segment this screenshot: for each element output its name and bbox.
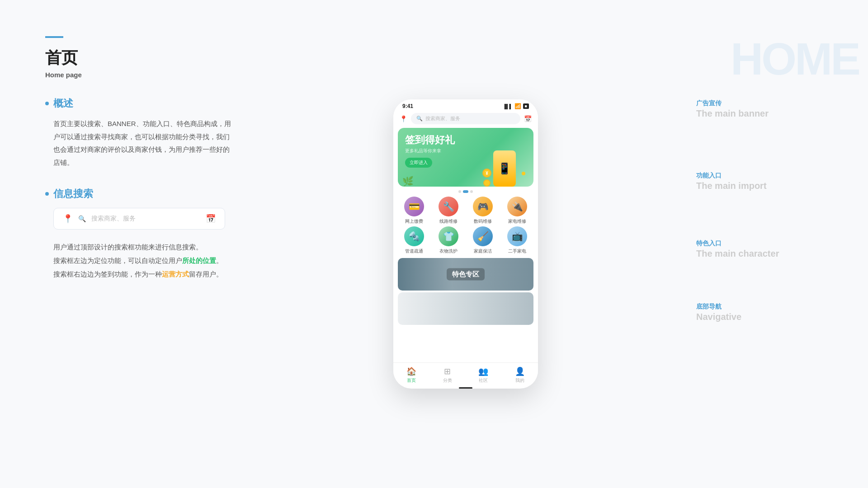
secondhand-icon-circle: 📺: [507, 226, 527, 246]
page-title-en: Home page: [45, 71, 235, 79]
dot-2-active: [463, 190, 468, 193]
section1-title: 概述: [53, 97, 73, 110]
plumbing-label: 管道疏通: [405, 248, 423, 254]
community-icon: 👥: [478, 366, 488, 376]
annotation-nav-en: Navigative: [696, 312, 741, 322]
dot-3: [470, 190, 473, 193]
feature-banner-label: 特色专区: [447, 268, 485, 281]
annotation-navigative: 底部导航 Navigative: [696, 303, 741, 322]
center-panel: 9:41 ▐▌▌ 📶 ■ 📍 🔍 搜索商家、服务 📅 签到得好礼 更多礼品等你来…: [262, 0, 669, 488]
section2-header: 信息搜索: [45, 187, 235, 201]
nav-category[interactable]: ⊞ 分类: [443, 366, 452, 384]
info-line3: 搜索框右边边为签到功能，作为一种运营方式留存用户。: [53, 267, 235, 281]
digital-label: 数码维修: [474, 218, 492, 225]
circuit-icon-circle: 🔧: [439, 197, 458, 216]
recommend-banner[interactable]: [398, 292, 533, 325]
page-title-zh: 首页: [45, 47, 235, 69]
nav-community[interactable]: 👥 社区: [478, 366, 488, 384]
profile-icon: 👤: [515, 366, 525, 376]
banner-dots: [393, 190, 538, 193]
info-body: 用户通过顶部设计的搜索框功能来进行信息搜索。 搜索框左边为定位功能，可以自动定位…: [45, 240, 235, 281]
status-icons: ▐▌▌ 📶 ■: [503, 103, 529, 109]
annotation-import-zh: 功能入口: [696, 172, 767, 180]
annotation-character-en: The main character: [696, 249, 779, 259]
annotation-nav-zh: 底部导航: [696, 303, 741, 311]
banner-subtitle: 更多礼品等你来拿: [405, 148, 455, 154]
icon-item-cleaning[interactable]: 🧹 家庭保洁: [467, 226, 499, 254]
annotation-banner: 广告宣传 The main banner: [696, 99, 769, 119]
laundry-icon-circle: 👕: [439, 226, 458, 246]
wifi-icon: 📶: [514, 103, 521, 109]
icon-item-circuit[interactable]: 🔧 线路维修: [432, 197, 465, 225]
phone-search-box[interactable]: 🔍 搜索商家、服务: [411, 113, 520, 124]
annotations-container: 广告宣传 The main banner 功能入口 The main impor…: [696, 99, 841, 352]
info-line1: 用户通过顶部设计的搜索框功能来进行信息搜索。: [53, 240, 235, 254]
cleaning-label: 家庭保洁: [474, 248, 492, 254]
annotation-banner-zh: 广告宣传: [696, 99, 769, 108]
bullet-icon-2: [45, 192, 49, 196]
icon-item-digital[interactable]: 🎮 数码维修: [467, 197, 499, 225]
nav-community-label: 社区: [479, 377, 488, 384]
nav-home[interactable]: 🏠 首页: [406, 366, 416, 384]
phone-search-row: 📍 🔍 搜索商家、服务 📅: [393, 111, 538, 128]
bottom-nav: 🏠 首页 ⊞ 分类 👥 社区 👤 我的: [393, 362, 538, 385]
top-bar-decoration: [45, 36, 63, 38]
annotation-character: 特色入口 The main character: [696, 239, 779, 259]
icon-item-payment[interactable]: 💳 网上缴费: [398, 197, 430, 225]
phone-calendar-icon[interactable]: 📅: [524, 115, 532, 122]
phone-location-icon: 📍: [400, 115, 407, 122]
phone-search-placeholder: 搜索商家、服务: [425, 115, 460, 122]
feature-banner[interactable]: 特色专区: [398, 258, 533, 291]
appliance-label: 家电维修: [508, 218, 526, 225]
nav-category-label: 分类: [443, 377, 452, 384]
battery-icon: ■: [523, 103, 529, 109]
icon-item-laundry[interactable]: 👕 衣物洗护: [432, 226, 465, 254]
section1-header: 概述: [45, 97, 235, 110]
payment-label: 网上缴费: [405, 218, 423, 225]
icon-item-plumbing[interactable]: 🔩 管道疏通: [398, 226, 430, 254]
search-icon: 🔍: [78, 215, 86, 222]
icon-item-secondhand[interactable]: 📺 二手家电: [501, 226, 533, 254]
laundry-label: 衣物洗护: [439, 248, 458, 254]
nav-profile-label: 我的: [515, 377, 524, 384]
icon-item-appliance[interactable]: 🔌 家电维修: [501, 197, 533, 225]
status-bar: 9:41 ▐▌▌ 📶 ■: [393, 99, 538, 111]
circuit-label: 线路维修: [439, 218, 458, 225]
dot-1: [458, 190, 461, 193]
section1-body: 首页主要以搜索、BANNER、功能入口、特色商品构成，用户可以通过搜索寻找商家，…: [45, 117, 235, 169]
search-placeholder-text: 搜索商家、服务: [91, 215, 200, 223]
home-icon: 🏠: [406, 366, 416, 376]
nav-profile[interactable]: 👤 我的: [515, 366, 525, 384]
banner-title: 签到得好礼: [405, 134, 455, 146]
banner-decoration: ¥ 📱: [482, 150, 529, 187]
info-line2: 搜索框左边为定位功能，可以自动定位用户所处的位置。: [53, 254, 235, 267]
home-indicator: [459, 387, 472, 389]
section2-title: 信息搜索: [53, 187, 93, 201]
phone-frame: 9:41 ▐▌▌ 📶 ■ 📍 🔍 搜索商家、服务 📅 签到得好礼 更多礼品等你来…: [393, 99, 538, 389]
cleaning-icon-circle: 🧹: [473, 226, 493, 246]
phone-banner[interactable]: 签到得好礼 更多礼品等你来拿 立即进入 ¥ 📱 🌿: [398, 128, 533, 187]
annotation-character-zh: 特色入口: [696, 239, 779, 248]
category-icon: ⊞: [444, 366, 451, 376]
annotation-import-en: The main import: [696, 181, 767, 191]
bullet-icon: [45, 102, 49, 105]
bg-text: HOME: [731, 36, 859, 81]
calendar-icon: 📅: [206, 214, 216, 224]
left-panel: 首页 Home page 概述 首页主要以搜索、BANNER、功能入口、特色商品…: [0, 0, 262, 488]
banner-text-area: 签到得好礼 更多礼品等你来拿 立即进入: [405, 134, 455, 168]
status-time: 9:41: [402, 103, 413, 109]
nav-home-label: 首页: [407, 377, 416, 384]
secondhand-label: 二手家电: [508, 248, 526, 254]
annotation-import: 功能入口 The main import: [696, 172, 767, 191]
phone-search-icon: 🔍: [416, 116, 423, 122]
payment-icon-circle: 💳: [404, 197, 424, 216]
appliance-icon-circle: 🔌: [507, 197, 527, 216]
right-panel: HOME 广告宣传 The main banner 功能入口 The main …: [669, 0, 868, 488]
icon-grid: 💳 网上缴费 🔧 线路维修 🎮 数码维修 🔌 家电维修 🔩 管道疏通 👕: [393, 197, 538, 258]
location-icon: 📍: [63, 214, 73, 224]
digital-icon-circle: 🎮: [473, 197, 493, 216]
search-bar-demo: 📍 🔍 搜索商家、服务 📅: [53, 208, 225, 230]
signal-icon: ▐▌▌: [503, 104, 512, 109]
banner-btn[interactable]: 立即进入: [405, 158, 432, 168]
annotation-banner-en: The main banner: [696, 108, 769, 119]
